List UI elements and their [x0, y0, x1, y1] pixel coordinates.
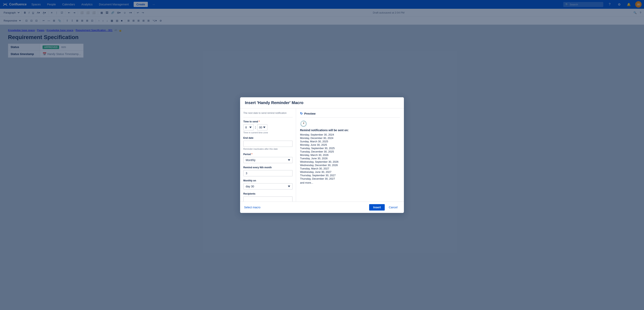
modal-overlay: Insert 'Handy Reminder' Macro The next d… [0, 0, 644, 65]
